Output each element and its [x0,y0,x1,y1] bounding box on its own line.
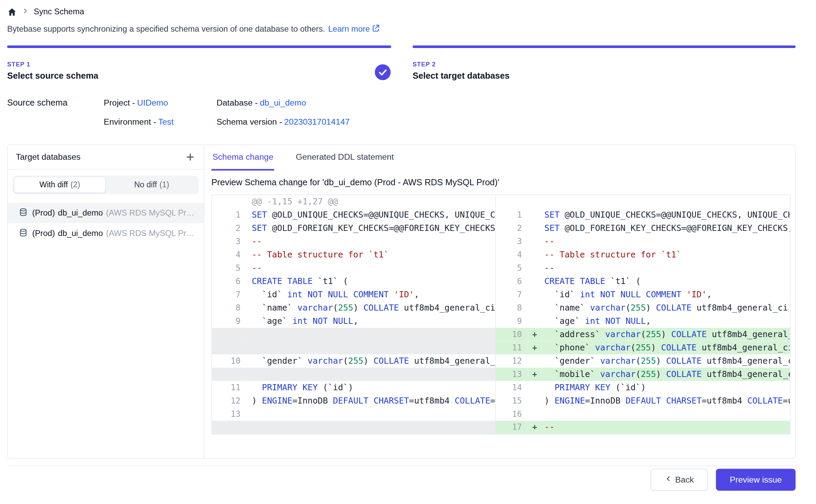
database-link[interactable]: db_ui_demo [260,98,306,107]
back-button-label: Back [675,475,694,484]
old-line-number [212,421,247,434]
old-line-code: `age` int NOT NULL, [247,315,495,328]
database-label: Database - [217,98,258,107]
diff-row: 11 + `phone` varchar(255) COLLATE utf8mb… [212,341,790,355]
footer-actions: Back Preview issue [650,469,796,490]
old-line-code: PRIMARY KEY (`id`) [247,381,495,394]
diff-row: 6 CREATE TABLE `t1` ( 6 CREATE TABLE `t1… [212,275,790,288]
schema-version-label: Schema version - [217,117,282,126]
diff-row: 4 -- Table structure for `t1` 4 -- Table… [212,248,790,262]
diff-add-sign [528,315,541,328]
step2-label: STEP 2 [413,61,796,68]
filter-tab-label: With diff [40,180,68,189]
diff-add-sign [528,195,541,208]
target-environment: (Prod) [32,208,55,218]
new-line-code: `address` varchar(255) COLLATE utf8mb4_g… [541,328,790,341]
old-line-number: 3 [212,235,247,248]
new-line-code: `phone` varchar(255) COLLATE utf8mb4_gen… [541,341,790,355]
target-databases-panel: Target databases With diff (2) No diff (… [7,145,204,458]
new-line-code: -- [541,262,790,275]
new-line-code: -- [541,421,790,434]
environment-link[interactable]: Test [158,117,173,126]
add-target-database-button[interactable] [182,149,198,165]
new-line-number: 12 [495,355,528,368]
old-line-code: CREATE TABLE `t1` ( [247,275,495,288]
target-database-name: db_ui_demo [58,208,103,218]
old-line-code: ) ENGINE=InnoDB DEFAULT CHARSET=utf8mb4 … [247,394,495,408]
diff-filter-tab[interactable]: With diff (2) [14,177,106,193]
new-line-code: `gender` varchar(255) COLLATE utf8mb4_ge… [541,355,790,368]
old-line-number [212,328,247,341]
learn-more-link[interactable]: Learn more [328,24,380,34]
database-icon [19,208,27,218]
new-line-number: 15 [495,394,528,408]
new-line-code: `name` varchar(255) COLLATE utf8mb4_gene… [541,301,790,315]
schema-preview-panel: Schema changeGenerated DDL statement Pre… [204,145,795,458]
preview-tabs: Schema changeGenerated DDL statement [211,145,795,171]
diff-row: 2 SET @OLD_FOREIGN_KEY_CHECKS=@@FOREIGN_… [212,222,790,235]
old-line-code: SET @OLD_UNIQUE_CHECKS=@@UNIQUE_CHECKS, … [247,208,495,222]
old-line-code [247,341,495,355]
step-1: STEP 1 Select source schema [7,61,391,81]
new-line-number: 8 [495,301,528,315]
diff-add-sign [528,222,541,235]
new-line-number: 9 [495,315,528,328]
back-button[interactable]: Back [650,469,708,490]
old-line-code [247,421,495,434]
environment-label: Environment - [104,117,156,126]
schema-version-link[interactable]: 20230317014147 [284,117,350,126]
new-line-code: CREATE TABLE `t1` ( [541,275,790,288]
diff-add-sign: + [528,368,541,381]
intro-text: Bytebase supports synchronizing a specif… [7,25,325,34]
diff-row: 17 + -- [212,421,790,434]
old-line-number: 2 [212,222,247,235]
page-title: Sync Schema [34,7,84,16]
old-line-code: -- [247,262,495,275]
new-line-code [541,195,790,208]
new-line-number: 6 [495,275,528,288]
footer-divider [7,466,796,466]
home-icon[interactable] [7,7,17,16]
new-line-code: SET @OLD_FOREIGN_KEY_CHECKS=@@FOREIGN_KE… [541,222,790,235]
new-line-number [495,195,528,208]
diff-row: 9 `age` int NOT NULL, 9 `age` int NOT NU… [212,315,790,328]
diff-add-sign [528,208,541,222]
new-line-code: `mobile` varchar(255) COLLATE utf8mb4_ge… [541,368,790,381]
sync-panel: Target databases With diff (2) No diff (… [7,144,796,458]
diff-viewer[interactable]: @@ -1,15 +1,27 @@ 1 SET @OLD_UNIQUE_CHEC… [211,194,790,435]
old-line-number [212,341,247,355]
preview-tab[interactable]: Schema change [211,145,274,171]
new-line-number: 16 [495,408,528,421]
new-line-code: `age` int NOT NULL, [541,315,790,328]
old-line-number: 7 [212,288,247,301]
new-line-number: 3 [495,235,528,248]
preview-tab[interactable]: Generated DDL statement [295,145,395,171]
database-icon [19,228,27,238]
new-line-number: 11 [495,341,528,355]
target-database-item[interactable]: (Prod) db_ui_demo (AWS RDS MySQL Prod) [7,223,204,243]
diff-add-sign [528,275,541,288]
preview-title: Preview Schema change for 'db_ui_demo (P… [211,178,795,188]
diff-add-sign [528,394,541,408]
diff-row: 13 + `mobile` varchar(255) COLLATE utf8m… [212,368,790,381]
old-line-code: @@ -1,15 +1,27 @@ [247,195,495,208]
source-schema-summary: Project -UIDemo Database -db_ui_demo Env… [104,98,350,127]
diff-filter-tab[interactable]: No diff (1) [106,177,198,193]
new-line-number: 1 [495,208,528,222]
diff-add-sign [528,381,541,394]
chevron-left-icon [664,475,672,484]
step2-progress-bar [413,45,796,48]
diff-add-sign [528,262,541,275]
diff-row: 1 SET @OLD_UNIQUE_CHECKS=@@UNIQUE_CHECKS… [212,208,790,222]
target-database-item[interactable]: (Prod) db_ui_demo (AWS RDS MySQL Prod) [7,203,204,223]
old-line-code: -- Table structure for `t1` [247,248,495,262]
source-environment: Environment -Test [104,117,216,126]
project-link[interactable]: UIDemo [137,98,168,107]
step-2: STEP 2 Select target databases [413,61,796,81]
step1-progress-bar [7,45,391,48]
diff-filter-tabs: With diff (2) No diff (1) [13,176,199,194]
old-line-number: 4 [212,248,247,262]
preview-issue-button[interactable]: Preview issue [716,469,796,490]
intro-text-row: Bytebase supports synchronizing a specif… [7,24,380,34]
project-label: Project - [104,98,135,107]
